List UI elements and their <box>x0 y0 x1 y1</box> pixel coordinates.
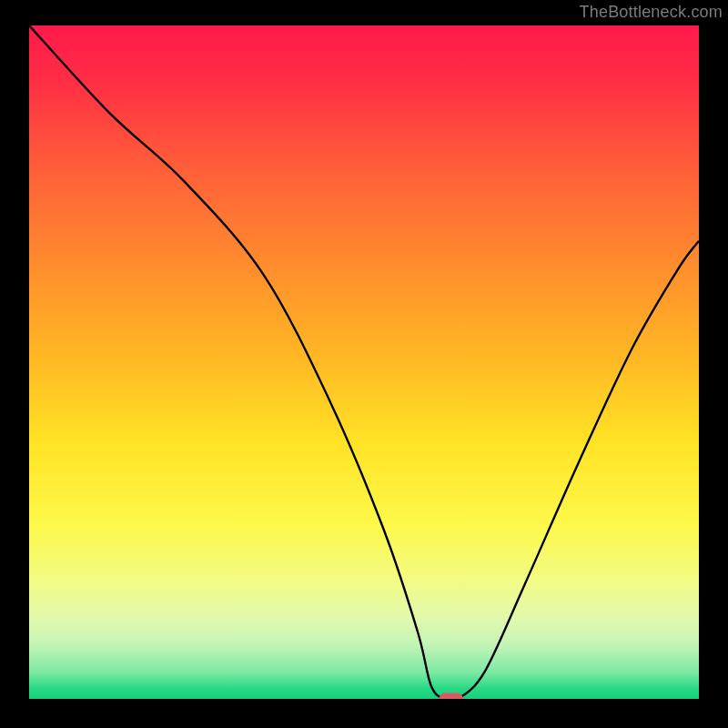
bottleneck-chart <box>29 25 699 699</box>
plot-area <box>29 25 699 699</box>
optimal-marker <box>440 693 463 700</box>
chart-frame: TheBottleneck.com <box>0 0 728 728</box>
gradient-background <box>29 25 699 699</box>
watermark-text: TheBottleneck.com <box>580 3 723 22</box>
